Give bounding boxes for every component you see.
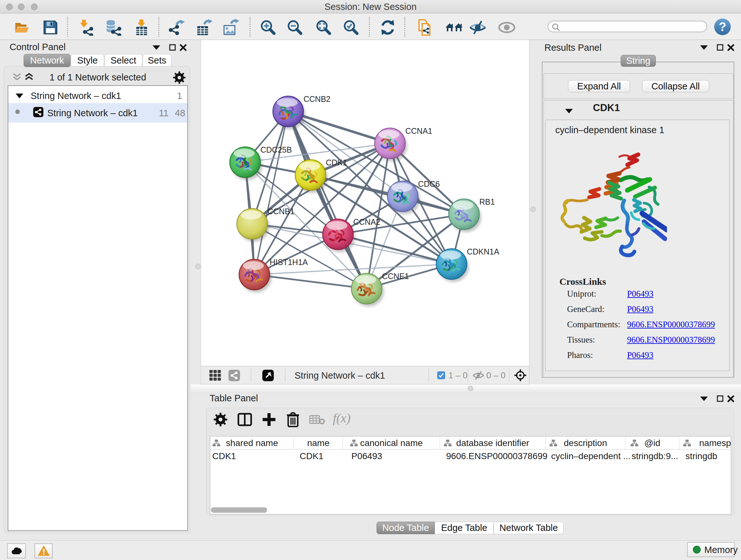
svg-text:CDC6: CDC6: [418, 179, 440, 188]
svg-text:CDK1: CDK1: [326, 158, 347, 167]
svg-text:CCNE1: CCNE1: [382, 272, 409, 281]
svg-text:CDC25B: CDC25B: [260, 145, 292, 154]
svg-text:?: ?: [719, 20, 726, 34]
svg-text:CCNA1: CCNA1: [405, 126, 432, 135]
svg-text:CCNB1: CCNB1: [267, 207, 294, 216]
svg-text:RB1: RB1: [479, 197, 495, 206]
svg-text:CCNB2: CCNB2: [304, 95, 331, 104]
svg-text:CDKN1A: CDKN1A: [467, 247, 499, 256]
svg-text:CCNA2: CCNA2: [353, 217, 381, 226]
svg-text:HIST1H1A: HIST1H1A: [270, 258, 308, 266]
